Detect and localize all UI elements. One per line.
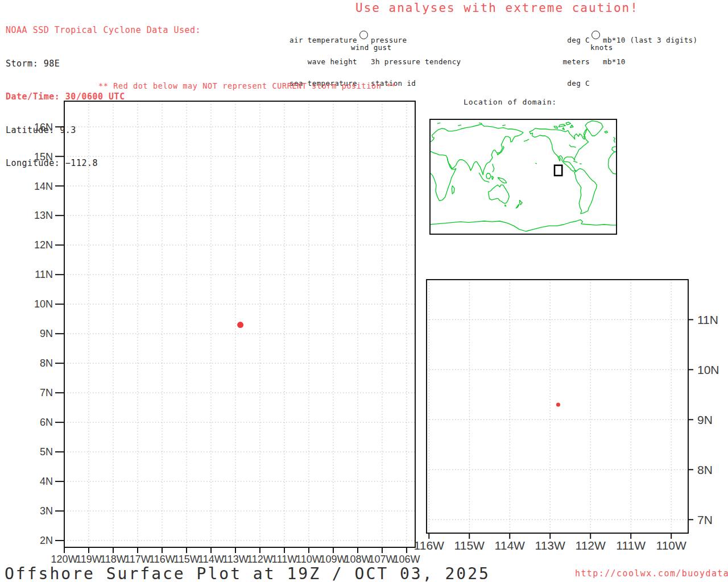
world-map [429, 119, 617, 235]
x-tick-label: 120W [51, 554, 77, 565]
domain-map-title: Location of domain: [464, 98, 557, 106]
coastlines [429, 121, 617, 231]
x-tick-label: 116W [414, 539, 444, 552]
y-tick-label: 2N [40, 535, 53, 546]
domain-marker-rect [555, 165, 562, 176]
x-tick-label: 116W [149, 554, 175, 565]
y-tick-label: 16N [34, 122, 53, 133]
y-tick-label: 11N [35, 269, 53, 280]
y-tick-label: 9N [697, 413, 713, 426]
x-tick-label: 114W [198, 554, 224, 565]
zoom-inset-plot: 116W115W114W113W112W111W110W11N10N9N8N7N [382, 272, 728, 560]
x-tick-label: 110W [656, 539, 686, 552]
footer-url: http://coolwx.com/buoydata [575, 568, 728, 579]
storm-position-dot [237, 322, 243, 328]
y-tick-label: 3N [40, 505, 53, 517]
plots-layer: 120W119W118W117W116W115W114W113W112W111W… [0, 0, 728, 582]
y-tick-label: 13N [34, 210, 53, 221]
x-tick-label: 119W [76, 554, 102, 565]
x-tick-label: 112W [576, 539, 606, 552]
y-tick-label: 4N [40, 476, 53, 487]
x-tick-label: 115W [173, 554, 200, 565]
y-tick-label: 7N [697, 513, 713, 526]
x-tick-label: 108W [344, 554, 371, 565]
x-tick-label: 111W [272, 554, 297, 565]
y-tick-label: 8N [697, 463, 713, 476]
buoy-plot-page: NOAA SSD Tropical Cyclone Data Used: Sto… [0, 0, 728, 582]
x-tick-label: 117W [125, 554, 151, 565]
y-tick-label: 9N [40, 328, 53, 339]
x-tick-label: 112W [247, 554, 273, 565]
x-tick-label: 115W [454, 539, 485, 552]
x-tick-label: 118W [100, 554, 126, 565]
y-tick-label: 7N [40, 387, 53, 398]
y-tick-label: 5N [40, 446, 53, 458]
x-tick-label: 114W [495, 539, 525, 552]
y-tick-label: 10N [697, 363, 719, 376]
y-tick-label: 14N [34, 181, 53, 192]
x-tick-label: 113W [222, 554, 249, 565]
x-tick-label: 109W [320, 554, 346, 565]
world-map-svg [429, 119, 617, 235]
y-tick-label: 6N [40, 417, 53, 428]
x-tick-label: 110W [296, 554, 322, 565]
y-tick-label: 10N [34, 298, 53, 310]
y-tick-label: 8N [40, 357, 53, 369]
x-tick-label: 111W [616, 539, 646, 552]
y-tick-label: 15N [34, 151, 53, 163]
footer-title: Offshore Surface Plot at 19Z / OCT 03, 2… [5, 564, 490, 582]
storm-position-dot [556, 402, 560, 406]
y-tick-label: 11N [697, 313, 718, 326]
x-tick-label: 113W [535, 539, 565, 552]
y-tick-label: 12N [34, 239, 53, 251]
